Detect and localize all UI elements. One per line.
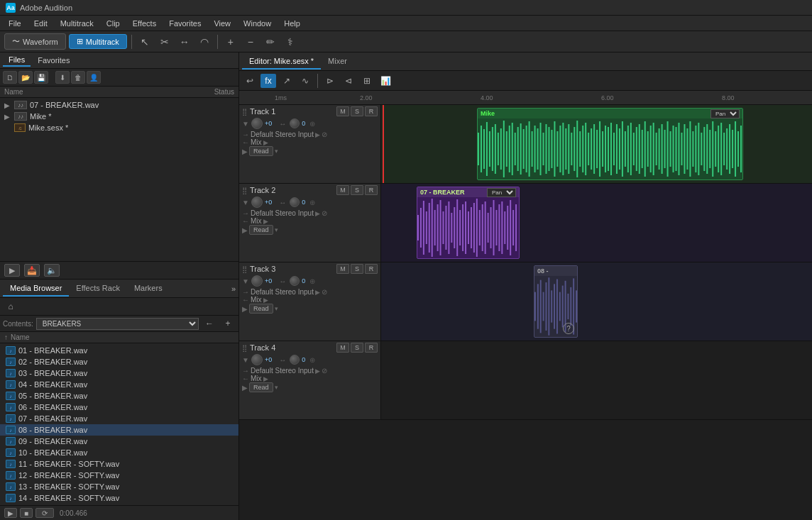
menu-effects[interactable]: Effects <box>127 18 162 29</box>
media-list-item[interactable]: ♪ 02 - BREAKER.wav <box>0 356 238 367</box>
file-item-3[interactable]: ▶ ♫ Mike.sesx * <box>0 122 238 133</box>
track-2-volume-knob[interactable] <box>251 197 263 208</box>
menu-favorites[interactable]: Favorites <box>163 18 207 29</box>
toolbar-tool-razor[interactable]: ✂ <box>156 34 173 50</box>
track-4-pan-knob[interactable] <box>290 355 300 365</box>
track-4-arm-button[interactable]: R <box>365 343 378 353</box>
clip-mike-pan[interactable]: Pan <box>710 109 740 118</box>
track-3-input-arrow[interactable]: ▶ <box>315 289 320 296</box>
fx-button[interactable]: fx <box>260 74 276 88</box>
toolbar-pencil[interactable]: ✏ <box>262 34 279 50</box>
media-list-item[interactable]: ♪ 14 - BREAKER - SOFTY.wav <box>0 492 238 504</box>
new-file-button[interactable]: 🗋 <box>3 71 17 84</box>
nav-back-button[interactable]: ← <box>202 317 217 330</box>
track-3-solo-button[interactable]: S <box>351 264 363 274</box>
track-2-solo-button[interactable]: S <box>351 185 363 195</box>
track-1-arm-button[interactable]: R <box>365 106 378 116</box>
contents-select[interactable]: BREAKERS <box>36 318 199 330</box>
tab-mixer[interactable]: Mixer <box>321 54 354 70</box>
track-1-automation-button[interactable]: Read <box>249 146 273 156</box>
track-3-automation-button[interactable]: Read <box>249 304 273 314</box>
track-4-auto-arrow[interactable]: ▾ <box>275 384 278 391</box>
multitrack-mode-button[interactable]: ⊞ Multitrack <box>69 34 127 49</box>
media-list-item[interactable]: ♪ 10 - BREAKER.wav <box>0 447 238 458</box>
eq-button[interactable]: ∿ <box>297 74 313 88</box>
media-list-item[interactable]: ♪ 08 - BREAKER.wav <box>0 424 238 436</box>
toolbar-tool-slip[interactable]: ↔ <box>176 34 193 50</box>
track-1-auto-arrow[interactable]: ▾ <box>275 148 278 155</box>
waveform-mode-button[interactable]: 〜 Waveform <box>4 33 66 50</box>
toolbar-heal[interactable]: ⚕ <box>282 34 299 50</box>
add-favorite-button[interactable]: + <box>220 317 236 330</box>
track-1-mute-button[interactable]: M <box>336 106 349 116</box>
output-button[interactable]: ⊲ <box>341 74 356 88</box>
speaker-button[interactable]: 🔈 <box>44 264 60 277</box>
track-4-automation-button[interactable]: Read <box>249 382 273 392</box>
tab-favorites[interactable]: Favorites <box>32 55 75 66</box>
send-button[interactable]: ↗ <box>279 74 295 88</box>
track-4-output-arrow[interactable]: ▶ <box>263 375 268 382</box>
clip-breaker-pan[interactable]: Pan <box>487 188 516 197</box>
tab-markers[interactable]: Markers <box>127 281 170 297</box>
track-3-volume-knob[interactable] <box>251 275 263 287</box>
track-1-output-arrow[interactable]: ▶ <box>263 139 268 146</box>
media-list-item[interactable]: ♪ 03 - BREAKER.wav <box>0 367 238 379</box>
track-1-input-arrow[interactable]: ▶ <box>315 131 320 138</box>
menu-clip[interactable]: Clip <box>101 18 126 29</box>
track-1-volume-knob[interactable] <box>251 118 263 129</box>
track-3-mute-button[interactable]: M <box>336 264 349 274</box>
media-list-item[interactable]: ♪ 07 - BREAKER.wav <box>0 413 238 424</box>
track-2-auto-arrow[interactable]: ▾ <box>275 226 278 233</box>
track-3-arm-button[interactable]: R <box>365 264 378 274</box>
media-stop-button[interactable]: ■ <box>20 508 33 518</box>
headphones-button[interactable]: ⊞ <box>359 74 375 88</box>
track-3-pan-knob[interactable] <box>290 276 300 286</box>
import-to-project-button[interactable]: 📥 <box>24 264 40 277</box>
tab-media-browser[interactable]: Media Browser <box>3 281 69 297</box>
toolbar-zoom-out[interactable]: − <box>242 34 259 50</box>
track-1-solo-button[interactable]: S <box>351 106 363 116</box>
track-4-solo-button[interactable]: S <box>351 343 363 353</box>
track-2-arm-button[interactable]: R <box>365 185 378 195</box>
tab-editor-session[interactable]: Editor: Mike.sesx * <box>242 54 321 70</box>
track-4-timeline[interactable] <box>381 341 812 419</box>
play-button[interactable]: ▶ <box>4 264 20 277</box>
media-list-item[interactable]: ♪ 01 - BREAKER.wav <box>0 345 238 356</box>
open-file-button[interactable]: 📂 <box>18 71 33 84</box>
track-4-volume-knob[interactable] <box>251 354 263 365</box>
menu-multitrack[interactable]: Multitrack <box>55 18 99 29</box>
track-1-pan-knob[interactable] <box>290 118 300 128</box>
rewind-button[interactable]: ↩ <box>242 74 258 88</box>
track-3-auto-arrow[interactable]: ▾ <box>275 305 278 312</box>
track-2-timeline[interactable]: 07 - BREAKER Pan <box>381 184 812 262</box>
track-2-output-arrow[interactable]: ▶ <box>263 218 268 225</box>
media-list-item[interactable]: ♪ 04 - BREAKER.wav <box>0 379 238 390</box>
track-2-pan-knob[interactable] <box>290 197 300 207</box>
delete-button[interactable]: 🗑 <box>71 71 85 84</box>
media-list-item[interactable]: ♪ 05 - BREAKER.wav <box>0 390 238 402</box>
track-4-mute-button[interactable]: M <box>336 343 349 353</box>
tab-effects-rack[interactable]: Effects Rack <box>69 281 127 297</box>
save-file-button[interactable]: 💾 <box>34 71 48 84</box>
menu-help[interactable]: Help <box>278 18 306 29</box>
metadata-button[interactable]: 👤 <box>87 71 101 84</box>
media-list-item[interactable]: ♪ 11 - BREAKER - SOFTY.wav <box>0 458 238 470</box>
media-list-item[interactable]: ♪ 12 - BREAKER - SOFTY.wav <box>0 470 238 481</box>
media-list-item[interactable]: ♪ 06 - BREAKER.wav <box>0 402 238 413</box>
expand-panel-button[interactable]: » <box>231 284 236 293</box>
media-list-item[interactable]: ♪ 13 - BREAKER - SOFTY.wav <box>0 481 238 492</box>
media-list-item[interactable]: ♪ 09 - BREAKER.wav <box>0 436 238 447</box>
track-2-input-arrow[interactable]: ▶ <box>315 210 320 217</box>
track-3-output-arrow[interactable]: ▶ <box>263 297 268 304</box>
menu-view[interactable]: View <box>208 18 236 29</box>
input-button[interactable]: ⊳ <box>322 74 338 88</box>
toolbar-tool-select[interactable]: ↖ <box>136 34 153 50</box>
clip-breaker[interactable]: 07 - BREAKER Pan <box>417 187 520 259</box>
meters-button[interactable]: 📊 <box>378 74 393 88</box>
clip-mike[interactable]: Mike Pan <box>477 108 743 180</box>
file-item[interactable]: ▶ ♪♪ 07 - BREAKER.wav <box>0 99 238 111</box>
toolbar-tool-fade[interactable]: ◠ <box>196 34 213 50</box>
clip-08[interactable]: 08 - <box>534 265 578 338</box>
menu-window[interactable]: Window <box>238 18 277 29</box>
track-2-mute-button[interactable]: M <box>336 185 349 195</box>
